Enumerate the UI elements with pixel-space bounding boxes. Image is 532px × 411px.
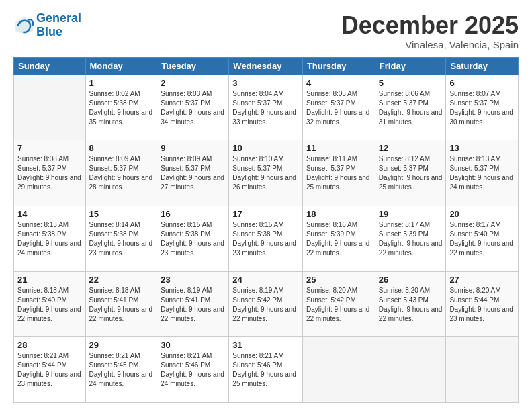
calendar-cell: 29Sunrise: 8:21 AMSunset: 5:45 PMDayligh… xyxy=(85,337,157,403)
calendar-cell: 13Sunrise: 8:13 AMSunset: 5:37 PMDayligh… xyxy=(446,140,519,206)
day-number: 13 xyxy=(449,143,515,153)
calendar-cell: 19Sunrise: 8:17 AMSunset: 5:39 PMDayligh… xyxy=(375,205,446,271)
day-detail: Sunrise: 8:15 AMSunset: 5:38 PMDaylight:… xyxy=(161,220,225,258)
day-detail: Sunrise: 8:20 AMSunset: 5:44 PMDaylight:… xyxy=(449,286,515,324)
day-detail: Sunrise: 8:21 AMSunset: 5:45 PMDaylight:… xyxy=(89,351,154,389)
day-number: 11 xyxy=(306,143,371,153)
day-number: 20 xyxy=(449,209,515,219)
day-number: 28 xyxy=(17,340,82,350)
day-detail: Sunrise: 8:05 AMSunset: 5:37 PMDaylight:… xyxy=(306,89,371,127)
calendar-header-friday: Friday xyxy=(375,57,446,75)
day-detail: Sunrise: 8:08 AMSunset: 5:37 PMDaylight:… xyxy=(17,154,82,192)
calendar-cell: 5Sunrise: 8:06 AMSunset: 5:37 PMDaylight… xyxy=(375,75,446,140)
calendar-cell: 20Sunrise: 8:17 AMSunset: 5:40 PMDayligh… xyxy=(446,205,519,271)
calendar-week-1: 1Sunrise: 8:02 AMSunset: 5:38 PMDaylight… xyxy=(14,75,519,140)
day-detail: Sunrise: 8:13 AMSunset: 5:38 PMDaylight:… xyxy=(17,220,82,258)
calendar-header-row: SundayMondayTuesdayWednesdayThursdayFrid… xyxy=(14,57,519,75)
day-number: 4 xyxy=(306,78,371,88)
day-number: 15 xyxy=(89,209,154,219)
day-number: 6 xyxy=(449,78,515,88)
calendar-cell xyxy=(446,337,519,403)
day-number: 24 xyxy=(232,275,299,285)
day-number: 12 xyxy=(379,143,443,153)
day-detail: Sunrise: 8:09 AMSunset: 5:37 PMDaylight:… xyxy=(89,154,154,192)
calendar-cell: 22Sunrise: 8:18 AMSunset: 5:41 PMDayligh… xyxy=(85,271,157,337)
day-number: 22 xyxy=(89,275,154,285)
month-title: December 2025 xyxy=(341,12,519,39)
logo-text: General Blue xyxy=(36,12,81,39)
day-detail: Sunrise: 8:14 AMSunset: 5:38 PMDaylight:… xyxy=(89,220,154,258)
day-number: 16 xyxy=(161,209,225,219)
day-detail: Sunrise: 8:20 AMSunset: 5:42 PMDaylight:… xyxy=(306,286,371,324)
logo-blue: Blue xyxy=(36,25,62,38)
day-detail: Sunrise: 8:18 AMSunset: 5:41 PMDaylight:… xyxy=(89,286,154,324)
calendar-cell: 7Sunrise: 8:08 AMSunset: 5:37 PMDaylight… xyxy=(14,140,86,206)
calendar-cell: 27Sunrise: 8:20 AMSunset: 5:44 PMDayligh… xyxy=(446,271,519,337)
location-title: Vinalesa, Valencia, Spain xyxy=(341,39,519,50)
calendar-cell: 25Sunrise: 8:20 AMSunset: 5:42 PMDayligh… xyxy=(302,271,375,337)
day-detail: Sunrise: 8:02 AMSunset: 5:38 PMDaylight:… xyxy=(89,89,154,127)
calendar-week-3: 14Sunrise: 8:13 AMSunset: 5:38 PMDayligh… xyxy=(14,205,519,271)
calendar-cell: 21Sunrise: 8:18 AMSunset: 5:40 PMDayligh… xyxy=(14,271,86,337)
day-detail: Sunrise: 8:12 AMSunset: 5:37 PMDaylight:… xyxy=(379,154,443,192)
day-detail: Sunrise: 8:21 AMSunset: 5:46 PMDaylight:… xyxy=(232,351,299,389)
day-number: 14 xyxy=(17,209,82,219)
day-number: 23 xyxy=(161,275,225,285)
day-number: 9 xyxy=(161,143,225,153)
calendar-cell xyxy=(375,337,446,403)
calendar-cell: 10Sunrise: 8:10 AMSunset: 5:37 PMDayligh… xyxy=(229,140,303,206)
day-number: 1 xyxy=(89,78,154,88)
day-number: 3 xyxy=(232,78,299,88)
day-number: 2 xyxy=(161,78,225,88)
calendar-week-2: 7Sunrise: 8:08 AMSunset: 5:37 PMDaylight… xyxy=(14,140,519,206)
day-detail: Sunrise: 8:19 AMSunset: 5:42 PMDaylight:… xyxy=(232,286,299,324)
calendar-cell: 26Sunrise: 8:20 AMSunset: 5:43 PMDayligh… xyxy=(375,271,446,337)
logo-icon xyxy=(13,15,35,36)
day-number: 7 xyxy=(17,143,82,153)
calendar-header-monday: Monday xyxy=(85,57,157,75)
calendar-cell: 9Sunrise: 8:09 AMSunset: 5:37 PMDaylight… xyxy=(157,140,229,206)
day-detail: Sunrise: 8:20 AMSunset: 5:43 PMDaylight:… xyxy=(379,286,443,324)
calendar-cell: 15Sunrise: 8:14 AMSunset: 5:38 PMDayligh… xyxy=(85,205,157,271)
day-number: 5 xyxy=(379,78,443,88)
day-number: 17 xyxy=(232,209,299,219)
calendar-cell: 1Sunrise: 8:02 AMSunset: 5:38 PMDaylight… xyxy=(85,75,157,140)
calendar-cell: 14Sunrise: 8:13 AMSunset: 5:38 PMDayligh… xyxy=(14,205,86,271)
calendar-cell: 30Sunrise: 8:21 AMSunset: 5:46 PMDayligh… xyxy=(157,337,229,403)
day-number: 19 xyxy=(379,209,443,219)
day-number: 26 xyxy=(379,275,443,285)
day-detail: Sunrise: 8:19 AMSunset: 5:41 PMDaylight:… xyxy=(161,286,225,324)
day-detail: Sunrise: 8:11 AMSunset: 5:37 PMDaylight:… xyxy=(306,154,371,192)
calendar-week-5: 28Sunrise: 8:21 AMSunset: 5:44 PMDayligh… xyxy=(14,337,519,403)
calendar-cell: 11Sunrise: 8:11 AMSunset: 5:37 PMDayligh… xyxy=(302,140,375,206)
calendar-cell: 12Sunrise: 8:12 AMSunset: 5:37 PMDayligh… xyxy=(375,140,446,206)
day-number: 29 xyxy=(89,340,154,350)
calendar-header-tuesday: Tuesday xyxy=(157,57,229,75)
calendar-cell: 18Sunrise: 8:16 AMSunset: 5:39 PMDayligh… xyxy=(302,205,375,271)
calendar-cell: 17Sunrise: 8:15 AMSunset: 5:38 PMDayligh… xyxy=(229,205,303,271)
day-number: 21 xyxy=(17,275,82,285)
calendar-cell: 4Sunrise: 8:05 AMSunset: 5:37 PMDaylight… xyxy=(302,75,375,140)
calendar-cell: 28Sunrise: 8:21 AMSunset: 5:44 PMDayligh… xyxy=(14,337,86,403)
day-number: 18 xyxy=(306,209,371,219)
calendar-cell: 2Sunrise: 8:03 AMSunset: 5:37 PMDaylight… xyxy=(157,75,229,140)
calendar-cell: 16Sunrise: 8:15 AMSunset: 5:38 PMDayligh… xyxy=(157,205,229,271)
calendar-header-sunday: Sunday xyxy=(14,57,86,75)
header: General Blue December 2025 Vinalesa, Val… xyxy=(13,12,519,50)
calendar-header-thursday: Thursday xyxy=(302,57,375,75)
calendar-cell: 3Sunrise: 8:04 AMSunset: 5:37 PMDaylight… xyxy=(229,75,303,140)
day-detail: Sunrise: 8:13 AMSunset: 5:37 PMDaylight:… xyxy=(449,154,515,192)
day-detail: Sunrise: 8:16 AMSunset: 5:39 PMDaylight:… xyxy=(306,220,371,258)
day-detail: Sunrise: 8:21 AMSunset: 5:44 PMDaylight:… xyxy=(17,351,82,389)
day-detail: Sunrise: 8:21 AMSunset: 5:46 PMDaylight:… xyxy=(161,351,225,389)
day-number: 27 xyxy=(449,275,515,285)
day-detail: Sunrise: 8:07 AMSunset: 5:37 PMDaylight:… xyxy=(449,89,515,127)
day-detail: Sunrise: 8:17 AMSunset: 5:40 PMDaylight:… xyxy=(449,220,515,258)
day-detail: Sunrise: 8:04 AMSunset: 5:37 PMDaylight:… xyxy=(232,89,299,127)
day-number: 8 xyxy=(89,143,154,153)
day-number: 30 xyxy=(161,340,225,350)
calendar-cell: 23Sunrise: 8:19 AMSunset: 5:41 PMDayligh… xyxy=(157,271,229,337)
day-number: 25 xyxy=(306,275,371,285)
calendar-header-saturday: Saturday xyxy=(446,57,519,75)
day-detail: Sunrise: 8:03 AMSunset: 5:37 PMDaylight:… xyxy=(161,89,225,127)
